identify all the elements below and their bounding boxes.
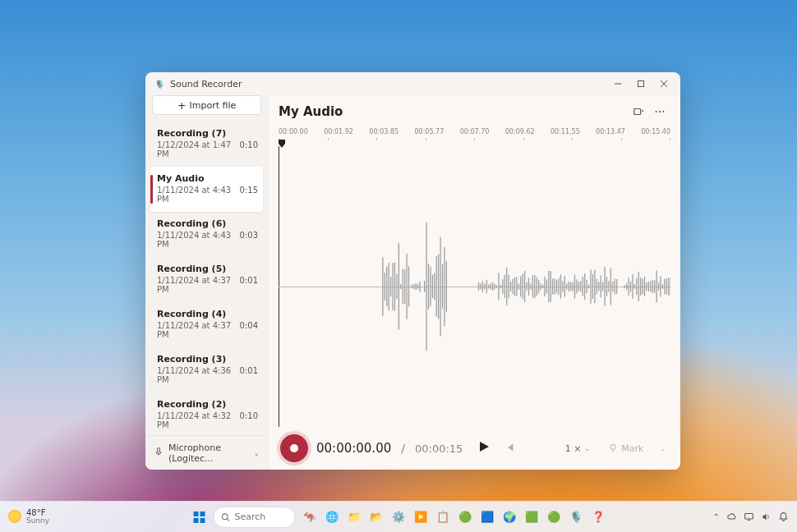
chevron-down-icon: ⌄	[584, 445, 590, 452]
recording-item[interactable]: Recording (6) 1/11/2024 at 4:43 PM 0:03	[150, 212, 263, 257]
minimize-button[interactable]	[606, 74, 629, 94]
timeline-ruler[interactable]: 00:00.0000:01.9200:03.8500:05.7700:07.70…	[269, 128, 680, 146]
taskbar-app-icon[interactable]: 🌍	[500, 508, 518, 526]
taskbar-app-icon[interactable]: 🦘	[301, 508, 319, 526]
recording-item-duration: 0:03	[240, 231, 258, 240]
svg-point-7	[659, 111, 661, 112]
svg-rect-1	[638, 81, 644, 87]
timeline-tick: 00:01.92	[324, 128, 369, 135]
taskbar-app-icon[interactable]: 🟢	[545, 508, 563, 526]
taskbar-app-icon[interactable]: ⚙️	[389, 508, 408, 526]
recording-item-title: Recording (4)	[157, 309, 258, 319]
timeline-tick: 00:07.70	[460, 128, 505, 135]
recording-item-date: 1/12/2024 at 1:47 PM	[157, 140, 240, 158]
recording-item-date: 1/11/2024 at 4:37 PM	[157, 276, 240, 294]
svg-rect-152	[200, 511, 205, 516]
recording-item-title: Recording (7)	[157, 128, 258, 139]
taskbar[interactable]: 48°F Sunny Search 🦘🌐📁📂⚙️▶️📋🟢🟦🌍🟩🟢🎙️❓ ⌃	[0, 501, 797, 532]
mark-button[interactable]: Mark	[603, 440, 648, 457]
play-button[interactable]	[477, 440, 491, 456]
volume-icon[interactable]	[761, 511, 772, 522]
onedrive-icon[interactable]	[726, 511, 737, 522]
titlebar[interactable]: 🎙️ Sound Recorder	[145, 72, 680, 95]
close-button[interactable]	[652, 74, 675, 94]
svg-point-150	[610, 445, 615, 450]
recordings-list[interactable]: Recording (7) 1/12/2024 at 1:47 PM 0:10M…	[145, 118, 268, 435]
recording-item[interactable]: Recording (7) 1/12/2024 at 1:47 PM 0:10	[150, 122, 263, 167]
svg-rect-4	[158, 448, 160, 452]
total-time: 00:00:15	[415, 443, 463, 455]
skip-back-button[interactable]	[504, 441, 515, 456]
taskbar-app-icon[interactable]: ▶️	[412, 508, 430, 526]
sound-recorder-window: 🎙️ Sound Recorder + Import file Recordin…	[145, 72, 680, 470]
svg-rect-157	[745, 513, 753, 519]
current-time: 00:00:00.00	[316, 441, 391, 456]
sun-icon	[8, 510, 21, 523]
recording-item-duration: 0:10	[240, 140, 258, 149]
timeline-tick: 00:05.77	[414, 128, 459, 135]
recording-item-title: Recording (3)	[157, 354, 258, 365]
svg-point-6	[656, 111, 657, 112]
microphone-icon	[154, 447, 164, 459]
recording-item-date: 1/11/2024 at 4:37 PM	[157, 321, 240, 339]
taskbar-app-icon[interactable]: 📋	[434, 508, 452, 526]
main-header: My Audio	[269, 95, 680, 128]
taskbar-app-icon[interactable]: 🌐	[323, 508, 341, 526]
weather-condition: Sunny	[26, 517, 49, 525]
tray-overflow[interactable]: ⌃	[713, 512, 720, 521]
taskbar-app-icon[interactable]: 📂	[367, 508, 385, 526]
notifications-icon[interactable]	[778, 511, 789, 522]
taskbar-app-icon[interactable]: ❓	[589, 508, 607, 526]
taskbar-app-icon[interactable]: 🎙️	[567, 508, 585, 526]
time-separator: /	[401, 442, 405, 455]
playback-speed[interactable]: 1 × ⌄	[560, 440, 595, 457]
recording-item[interactable]: My Audio 1/11/2024 at 4:43 PM 0:15	[150, 167, 263, 212]
recording-item-duration: 0:01	[240, 276, 258, 285]
plus-icon: +	[177, 100, 187, 111]
timeline-tick: 00:09.62	[505, 128, 551, 135]
recording-item[interactable]: Recording (3) 1/11/2024 at 4:36 PM 0:01	[150, 347, 263, 392]
recording-item[interactable]: Recording (2) 1/11/2024 at 4:32 PM 0:10	[150, 392, 263, 435]
waveform-area[interactable]	[269, 146, 680, 427]
recording-item-title: Recording (6)	[157, 218, 258, 229]
search-icon	[221, 512, 231, 522]
timeline-tick: 00:03.85	[369, 128, 414, 135]
svg-point-8	[662, 111, 664, 112]
taskbar-app-icon[interactable]: 🟦	[478, 508, 496, 526]
timeline-tick: 00:00.00	[279, 128, 324, 135]
recording-item[interactable]: Recording (4) 1/11/2024 at 4:37 PM 0:04	[150, 302, 263, 347]
system-tray[interactable]: ⌃	[713, 511, 789, 522]
weather-widget[interactable]: 48°F Sunny	[8, 508, 49, 525]
taskbar-app-icon[interactable]: 🟩	[523, 508, 541, 526]
recording-item-title: My Audio	[157, 173, 258, 184]
svg-line-156	[228, 519, 229, 521]
recording-item-duration: 0:15	[240, 186, 258, 195]
recording-item-duration: 0:01	[240, 366, 258, 375]
import-label: Import file	[190, 100, 237, 111]
recording-item[interactable]: Recording (5) 1/11/2024 at 4:37 PM 0:01	[150, 257, 263, 302]
mark-dropdown[interactable]: ⌄	[656, 442, 669, 456]
waveform	[279, 154, 670, 419]
recording-item-duration: 0:10	[240, 411, 258, 420]
timeline-tick: 00:13.47	[596, 128, 641, 135]
taskbar-app-icon[interactable]: 📁	[345, 508, 363, 526]
timeline-tick: 00:11.55	[551, 128, 596, 135]
playback-controls: 00:00:00.00 / 00:00:15 1 × ⌄ Mark	[269, 427, 680, 470]
sidebar: + Import file Recording (7) 1/12/2024 at…	[145, 95, 269, 470]
timeline-tick: 00:15.40	[641, 128, 670, 135]
app-icon: 🎙️	[154, 78, 165, 89]
microphone-selector[interactable]: Microphone (Logitec... ⌄	[145, 435, 268, 470]
taskbar-search[interactable]: Search	[214, 507, 296, 528]
recording-item-duration: 0:04	[240, 321, 258, 330]
start-button[interactable]	[191, 508, 209, 526]
network-icon[interactable]	[744, 511, 754, 522]
record-button[interactable]	[280, 434, 308, 462]
recording-item-title: Recording (2)	[157, 399, 258, 410]
import-file-button[interactable]: + Import file	[152, 95, 261, 115]
taskbar-app-icon[interactable]: 🟢	[456, 508, 474, 526]
more-options-button[interactable]	[649, 101, 670, 122]
maximize-button[interactable]	[629, 74, 652, 94]
rename-button[interactable]	[628, 101, 649, 122]
chevron-down-icon: ⌄	[253, 449, 260, 457]
recording-title: My Audio	[279, 104, 628, 119]
